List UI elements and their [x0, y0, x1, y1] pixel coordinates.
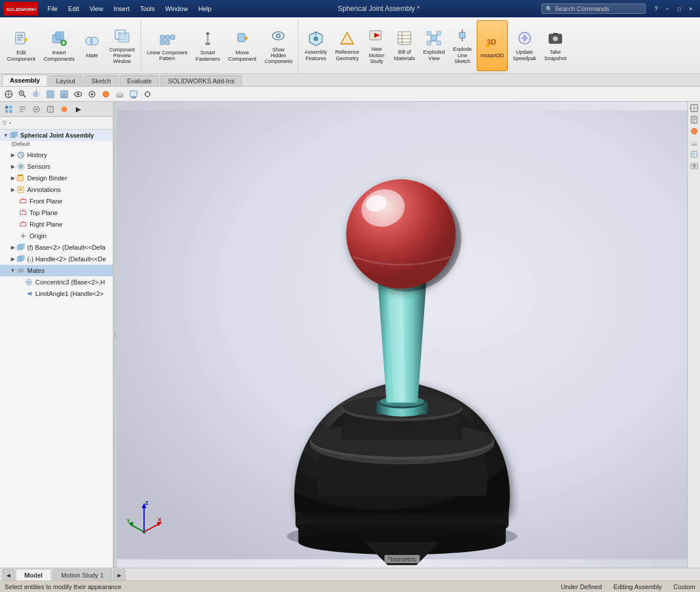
tree-design-binder[interactable]: ▶ Design Binder: [0, 172, 113, 184]
tab-evaluate[interactable]: Evaluate: [120, 75, 160, 86]
new-motion-study-label: New Motion Study: [369, 46, 385, 65]
tree-front-plane[interactable]: Front Plane: [0, 195, 113, 207]
design-binder-expand-icon[interactable]: ▶: [9, 175, 16, 182]
mate-button[interactable]: Mate: [79, 20, 105, 71]
tree-sensors[interactable]: ▶ Sensors: [0, 161, 113, 172]
svg-rect-55: [553, 33, 558, 35]
tree-history[interactable]: ▶ History: [0, 149, 113, 161]
mates-expand-icon[interactable]: ▼: [9, 267, 16, 274]
tree-right-plane[interactable]: Right Plane: [0, 219, 113, 230]
update-speedpak-button[interactable]: Update Speedpak: [509, 20, 540, 71]
svg-rect-78: [131, 97, 136, 98]
display-manager-panel-icon[interactable]: [44, 103, 57, 116]
tree-base-component[interactable]: ▶ (f) Base<2> (Default<<Defa: [0, 242, 113, 253]
tree-top-plane[interactable]: Top Plane: [0, 207, 113, 219]
reference-geometry-label: Reference Geometry: [335, 49, 359, 62]
scroll-right-button[interactable]: ►: [113, 569, 126, 580]
configuration-manager-icon[interactable]: [30, 103, 43, 116]
insert-components-button[interactable]: Insert Components: [40, 20, 78, 71]
assembly-name-label: Spherical Joint Assembly: [20, 132, 94, 139]
tree-concentric3[interactable]: Concentric3 (Base<2>,H: [0, 276, 113, 288]
new-motion-study-button[interactable]: New Motion Study: [364, 20, 389, 71]
zoom-to-fit-button[interactable]: [16, 88, 29, 100]
component-preview-button[interactable]: Component Preview Window: [106, 20, 138, 71]
svg-point-76: [116, 92, 123, 96]
linear-component-pattern-button[interactable]: Linear Component Pattern: [143, 20, 191, 71]
scenes-button[interactable]: [689, 138, 699, 148]
maximize-button[interactable]: □: [673, 3, 685, 14]
menu-file[interactable]: File: [43, 4, 62, 13]
menu-tools[interactable]: Tools: [135, 4, 160, 13]
sensors-expand-icon[interactable]: ▶: [9, 163, 16, 170]
menu-view[interactable]: View: [85, 4, 108, 13]
edit-component-button[interactable]: Edit Component: [3, 20, 39, 71]
minimize-button[interactable]: −: [662, 3, 673, 14]
help-button[interactable]: ?: [650, 3, 662, 14]
explode-line-sketch-button[interactable]: Explode Line Sketch: [450, 20, 476, 71]
display-manager-button[interactable]: [127, 88, 140, 100]
panel-expand-icon[interactable]: ▶: [72, 103, 84, 116]
history-expand-icon[interactable]: ▶: [9, 151, 16, 158]
menu-edit[interactable]: Edit: [64, 4, 84, 13]
base-expand-icon[interactable]: ▶: [9, 244, 16, 251]
take-snapshot-button[interactable]: Take Snapshot: [541, 20, 570, 71]
annotations-expand-icon[interactable]: ▶: [9, 186, 16, 193]
tree-origin[interactable]: Origin: [0, 230, 113, 242]
tree-annotations[interactable]: ▶ A Annotations: [0, 184, 113, 195]
bill-of-materials-icon: [395, 29, 414, 47]
bill-of-materials-button[interactable]: Bill of Materials: [390, 20, 419, 71]
tab-layout[interactable]: Layout: [49, 75, 83, 86]
appearance-button[interactable]: [100, 88, 112, 100]
property-manager-icon[interactable]: [16, 103, 29, 116]
base-component-label: (f) Base<2> (Default<<Defa: [27, 244, 105, 251]
origin-label: Origin: [30, 232, 46, 239]
tab-motion-study[interactable]: Motion Study 1: [53, 569, 112, 580]
appearances-button[interactable]: [689, 126, 699, 136]
tab-model[interactable]: Model: [16, 569, 51, 580]
handle-expand-icon[interactable]: ▶: [9, 256, 16, 262]
smart-fasteners-button[interactable]: Smart Fasteners: [192, 20, 223, 71]
photoview-button[interactable]: [689, 161, 699, 171]
display-style-button[interactable]: [44, 88, 57, 100]
show-hidden-components-button[interactable]: Show Hidden Components: [261, 20, 296, 71]
decals-button[interactable]: D: [689, 149, 699, 160]
tab-addins[interactable]: SOLIDWORKS Add-Ins: [160, 75, 242, 86]
move-component-button[interactable]: Move Component: [224, 20, 260, 71]
tree-handle-component[interactable]: ▶ (-) Handle<2> (Default<<De: [0, 253, 113, 265]
take-snapshot-label: Take Snapshot: [544, 49, 566, 62]
menu-help[interactable]: Help: [194, 4, 216, 13]
window-title: Spherical Joint Assembly *: [216, 5, 541, 13]
tab-bar: Assembly Layout Sketch Evaluate SOLIDWOR…: [0, 74, 700, 87]
shaded-display-button[interactable]: [58, 88, 71, 100]
svg-rect-17: [171, 35, 175, 39]
assembly-features-button[interactable]: Assembly Features: [301, 20, 330, 71]
3d-viewport[interactable]: Z X Y *Isometric: [117, 102, 687, 568]
menu-insert[interactable]: Insert: [109, 4, 134, 13]
view-settings-button[interactable]: [86, 88, 98, 100]
tree-limitangle1[interactable]: LimitAngle1 (Handle<2>: [0, 288, 113, 299]
svg-point-12: [90, 37, 98, 45]
close-button[interactable]: ×: [685, 3, 697, 14]
menu-window[interactable]: Window: [161, 4, 193, 13]
assembly-root-item[interactable]: ▼ Spherical Joint Assembly: [0, 130, 113, 141]
search-commands-box[interactable]: 🔍 Search Commands: [541, 3, 646, 14]
hide-show-items-button[interactable]: [72, 88, 84, 100]
svg-rect-26: [238, 34, 245, 42]
view-orientation-button[interactable]: [2, 88, 15, 100]
panel-header: ▶: [0, 102, 113, 117]
tab-sketch[interactable]: Sketch: [84, 75, 119, 86]
tab-assembly[interactable]: Assembly: [2, 75, 47, 86]
assembly-expand-icon[interactable]: ▼: [2, 132, 9, 139]
exploded-view-button[interactable]: Exploded View: [420, 20, 449, 71]
graphics-settings-button[interactable]: [141, 88, 154, 100]
section-view-button[interactable]: [30, 88, 43, 100]
scene-button[interactable]: [113, 88, 126, 100]
scroll-left-button[interactable]: ◄: [2, 569, 14, 580]
tree-mates[interactable]: ▼ Mates: [0, 265, 113, 276]
view-selector-button[interactable]: [689, 103, 699, 113]
task-pane-button[interactable]: [689, 114, 699, 125]
instant3d-button[interactable]: 3D Instant3D: [477, 20, 509, 71]
reference-geometry-button[interactable]: Reference Geometry: [331, 20, 363, 71]
appearance-panel-icon[interactable]: [58, 103, 71, 116]
feature-manager-icon[interactable]: [2, 103, 15, 116]
